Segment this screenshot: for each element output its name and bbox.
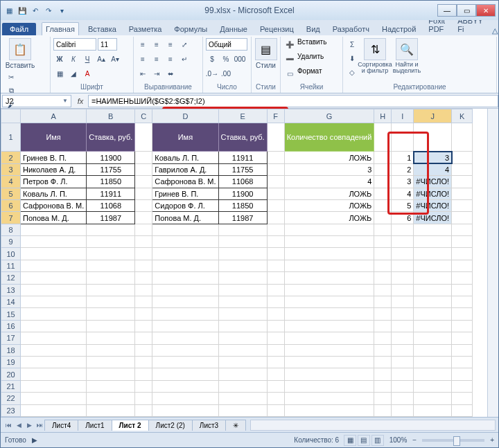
underline-button[interactable]: Ч xyxy=(81,53,94,65)
cell[interactable] xyxy=(267,123,284,152)
column-header[interactable]: H xyxy=(374,109,392,123)
cell[interactable] xyxy=(218,272,267,284)
cell[interactable]: 5 xyxy=(392,199,414,211)
tab-nav-first-icon[interactable]: ⏮ xyxy=(3,420,14,431)
cell[interactable] xyxy=(152,248,218,260)
vertical-scrollbar[interactable] xyxy=(487,109,498,417)
cell[interactable]: 3 xyxy=(414,152,452,163)
cell[interactable] xyxy=(21,320,87,332)
cell[interactable] xyxy=(267,163,284,175)
column-header[interactable]: D xyxy=(152,109,218,123)
cell[interactable]: Николаев А. Д. xyxy=(21,163,87,175)
cell[interactable] xyxy=(374,248,392,260)
cell[interactable] xyxy=(218,224,267,235)
cell[interactable] xyxy=(267,272,284,284)
sort-filter-button[interactable]: ⇅ Сортировка и фильтр xyxy=(360,38,390,74)
cell[interactable] xyxy=(414,404,452,416)
cell[interactable] xyxy=(87,272,135,284)
cell[interactable]: Коваль Л. П. xyxy=(21,188,87,199)
cell[interactable]: Коваль Л. П. xyxy=(152,152,218,163)
cell[interactable] xyxy=(267,188,284,199)
font-name-combo[interactable]: Calibri xyxy=(53,38,96,51)
font-color-icon[interactable]: A xyxy=(81,67,94,80)
cell[interactable] xyxy=(152,404,218,416)
cell[interactable] xyxy=(414,272,452,284)
sheet-tab[interactable]: Лист1 xyxy=(78,420,112,431)
row-header[interactable]: 10 xyxy=(1,248,21,260)
tab-data[interactable]: Данные xyxy=(216,23,251,35)
cell[interactable] xyxy=(87,260,135,271)
cell[interactable] xyxy=(284,236,374,248)
cell[interactable] xyxy=(374,332,392,344)
cell[interactable] xyxy=(414,260,452,271)
save-icon[interactable]: 💾 xyxy=(17,5,28,16)
cell[interactable] xyxy=(21,284,87,296)
cell[interactable] xyxy=(135,272,152,284)
cell[interactable]: Гаврилов А. Д. xyxy=(152,163,218,175)
cell[interactable] xyxy=(414,332,452,344)
cell[interactable] xyxy=(135,236,152,248)
cell[interactable] xyxy=(135,344,152,356)
cell[interactable]: #ЧИСЛО! xyxy=(414,199,452,211)
cell[interactable] xyxy=(452,260,473,271)
clear-icon[interactable]: ◇ xyxy=(346,66,358,78)
tab-addins[interactable]: Надстрой xyxy=(378,23,419,35)
cell[interactable]: Гринев В. П. xyxy=(152,188,218,199)
minimize-button[interactable]: — xyxy=(437,4,457,17)
cell[interactable] xyxy=(284,357,374,368)
italic-button[interactable]: К xyxy=(67,53,80,65)
cell[interactable] xyxy=(267,357,284,368)
cell[interactable]: 11850 xyxy=(87,176,135,188)
cell[interactable] xyxy=(284,368,374,380)
cell[interactable] xyxy=(374,380,392,392)
cell[interactable]: Сидоров Ф. Л. xyxy=(152,199,218,211)
paste-button[interactable]: 📋 Вставить xyxy=(5,38,35,69)
cell[interactable]: 11987 xyxy=(87,212,135,224)
cell[interactable] xyxy=(284,248,374,260)
cell[interactable] xyxy=(452,248,473,260)
redo-icon[interactable]: ↷ xyxy=(43,5,54,16)
cell[interactable] xyxy=(392,320,414,332)
cell[interactable] xyxy=(374,163,392,175)
cell[interactable] xyxy=(452,404,473,416)
cell[interactable] xyxy=(267,393,284,404)
new-sheet-tab[interactable]: ✳ xyxy=(225,420,246,431)
cell[interactable] xyxy=(414,284,452,296)
sheet-tab[interactable]: Лист3 xyxy=(192,420,226,431)
tab-developer[interactable]: Разработч xyxy=(329,23,373,35)
cell[interactable] xyxy=(152,332,218,344)
wrap-text-icon[interactable]: ↵ xyxy=(178,53,191,65)
column-header[interactable]: B xyxy=(87,109,135,123)
spreadsheet-grid[interactable]: ABCDEFGHIJK1ИмяСтавка, руб.ИмяСтавка, ру… xyxy=(1,109,498,417)
cell[interactable] xyxy=(392,393,414,404)
cell[interactable]: 11987 xyxy=(218,212,267,224)
cell[interactable] xyxy=(374,212,392,224)
cell[interactable] xyxy=(267,404,284,416)
cell[interactable] xyxy=(267,236,284,248)
cell[interactable] xyxy=(218,308,267,320)
cell[interactable] xyxy=(374,320,392,332)
cell[interactable] xyxy=(135,188,152,199)
cell[interactable] xyxy=(392,296,414,308)
align-middle-icon[interactable]: ≡ xyxy=(150,38,163,51)
cell[interactable] xyxy=(135,393,152,404)
cell[interactable] xyxy=(135,357,152,368)
cell[interactable] xyxy=(452,332,473,344)
cell[interactable] xyxy=(374,236,392,248)
align-top-icon[interactable]: ≡ xyxy=(137,38,149,51)
row-header[interactable]: 20 xyxy=(1,368,21,380)
cell[interactable] xyxy=(374,123,392,152)
cell[interactable]: Сафронова В. М. xyxy=(152,176,218,188)
cell[interactable] xyxy=(135,212,152,224)
cell[interactable] xyxy=(392,368,414,380)
cell[interactable] xyxy=(452,357,473,368)
fill-icon[interactable]: ⬇ xyxy=(346,52,358,64)
cell[interactable] xyxy=(452,212,473,224)
cell[interactable]: 11068 xyxy=(87,199,135,211)
cell[interactable] xyxy=(414,368,452,380)
cell[interactable] xyxy=(414,224,452,235)
cell[interactable] xyxy=(414,344,452,356)
row-header[interactable]: 11 xyxy=(1,260,21,271)
cell[interactable] xyxy=(135,176,152,188)
comma-icon[interactable]: 000 xyxy=(234,53,246,65)
